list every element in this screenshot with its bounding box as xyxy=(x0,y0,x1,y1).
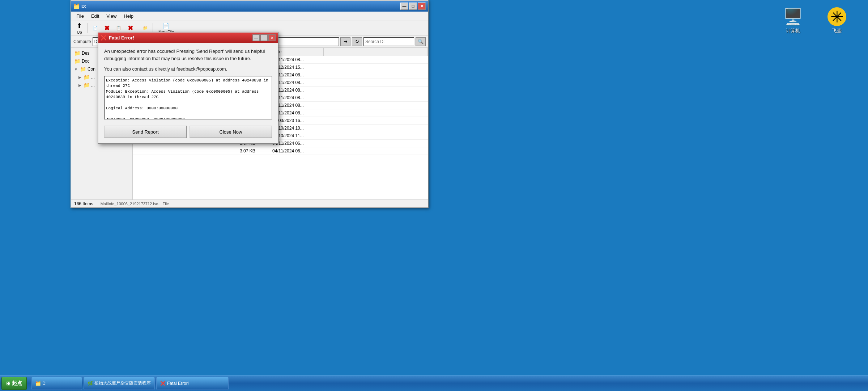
explorer-minimize-button[interactable]: — xyxy=(400,3,408,10)
taskbar-fatal-label: Fatal Error! xyxy=(167,381,189,386)
nav-forward-button[interactable]: ➜ xyxy=(340,37,350,46)
game-icon-label: 飞壶 xyxy=(832,28,842,34)
taskbar-file-entry: MailInfo_10006_2192173712.iso... File xyxy=(101,202,169,206)
fatal-error-dialog: ❌ Fatal Error! — □ ✕ An unexpected error… xyxy=(98,32,278,144)
address-label: Compute xyxy=(73,39,91,44)
header-extra[interactable] xyxy=(324,48,428,56)
taskbar-item-explorer[interactable]: 🗂️ D: xyxy=(31,377,82,390)
folder-icon-sub2: 📁 xyxy=(84,82,90,88)
explorer-close-button[interactable]: ✕ xyxy=(418,3,426,10)
expand-icon-sub2: ▶ xyxy=(78,83,81,87)
close-now-button[interactable]: Close Now xyxy=(190,126,272,138)
explorer-maximize-button[interactable]: □ xyxy=(409,3,417,10)
search-button[interactable]: 🔍 xyxy=(416,37,426,46)
table-row: 3.07 KB04/11/2024 06... xyxy=(133,147,428,155)
game-icon: ✳ xyxy=(827,7,846,26)
taskbar: ⊞ 起点 🗂️ D: 🌿 植物大战僵尸杂交版安装程序 ❌ Fatal Error… xyxy=(0,375,868,391)
dialog-title-text: Fatal Error! xyxy=(109,35,250,41)
sidebar-sub2-label: ... xyxy=(91,83,95,88)
cell-name xyxy=(133,147,237,155)
paste-icon: 📋 xyxy=(116,26,121,30)
toolbar-folder-button[interactable]: 📁 xyxy=(140,25,150,31)
folder-icon-doc: 📁 xyxy=(74,58,80,64)
folder-icon-des: 📁 xyxy=(74,50,80,56)
start-button[interactable]: ⊞ 起点 xyxy=(1,377,27,390)
cell-date: 04/11/2024 06... xyxy=(269,147,324,155)
copy-icon: 📄 xyxy=(93,26,98,30)
menu-view[interactable]: View xyxy=(103,12,120,20)
taskbar-item-fatal[interactable]: ❌ Fatal Error! xyxy=(156,377,229,390)
menu-help[interactable]: Help xyxy=(120,12,137,20)
toolbar-copy-button[interactable]: 📄 xyxy=(90,25,100,31)
menu-edit[interactable]: Edit xyxy=(88,12,103,20)
dialog-body: An unexpected error has occured! Pressin… xyxy=(98,43,278,143)
taskbar-explorer-label: D: xyxy=(42,381,47,386)
desktop-icon-computer[interactable]: 🖥️ 计算机 xyxy=(783,7,803,34)
start-label: 起点 xyxy=(12,380,22,387)
computer-icon-label: 计算机 xyxy=(786,28,800,34)
dialog-message: An unexpected error has occured! Pressin… xyxy=(104,48,272,62)
expand-icon-con: ▼ xyxy=(74,67,78,71)
toolbar-sep-1 xyxy=(88,23,88,33)
toolbar-up-button[interactable]: ⬆ Up xyxy=(73,21,85,35)
toolbar-paste-button[interactable]: 📋 xyxy=(114,25,124,31)
dialog-maximize-button[interactable]: □ xyxy=(260,34,268,41)
toolbar-up-label: Up xyxy=(77,30,82,34)
delete-icon: ✖ xyxy=(128,24,133,32)
explorer-titlebar-buttons: — □ ✕ xyxy=(400,3,426,10)
status-bar: 166 Items MailInfo_10006_2192173712.iso.… xyxy=(71,199,428,207)
computer-icon: 🖥️ xyxy=(783,7,803,26)
sidebar-item-doc-label: Doc xyxy=(82,59,89,64)
sidebar-item-des-label: Des xyxy=(82,51,89,56)
taskbar-item-installer[interactable]: 🌿 植物大战僵尸杂交版安装程序 xyxy=(84,377,155,390)
expand-icon-sub1: ▶ xyxy=(78,75,81,79)
sidebar-item-con-label: Con xyxy=(88,67,95,72)
taskbar-installer-label: 植物大战僵尸杂交版安装程序 xyxy=(94,380,151,386)
cell-size: 3.07 KB xyxy=(237,147,269,155)
dialog-contact: You can also contact us directly at feed… xyxy=(104,66,272,72)
send-report-button[interactable]: Send Report xyxy=(104,126,187,138)
sidebar-sub1-label: ... xyxy=(91,75,95,80)
search-input[interactable] xyxy=(363,37,414,46)
start-icon: ⊞ xyxy=(6,381,10,386)
dialog-titlebar-buttons: — □ ✕ xyxy=(252,34,276,41)
dialog-error-box[interactable]: Exception: Access Violation (code 0xc000… xyxy=(104,76,272,119)
taskbar-installer-icon: 🌿 xyxy=(88,381,93,386)
dialog-close-button[interactable]: ✕ xyxy=(268,34,276,41)
taskbar-divider-1 xyxy=(29,378,29,389)
desktop-icon-game[interactable]: ✳ 飞壶 xyxy=(827,7,846,34)
status-text: 166 Items xyxy=(74,201,93,206)
explorer-title: D: xyxy=(81,4,398,9)
folder-icon: 📁 xyxy=(143,26,148,30)
explorer-title-icon: 🗂️ xyxy=(73,3,79,9)
taskbar-fatal-icon: ❌ xyxy=(160,381,166,386)
folder-icon-con: 📁 xyxy=(80,66,86,72)
folder-icon-sub1: 📁 xyxy=(84,74,90,80)
taskbar-explorer-icon: 🗂️ xyxy=(35,381,41,386)
cut-delete-icon: ✖ xyxy=(104,24,110,32)
explorer-menu-bar: File Edit View Help xyxy=(71,12,428,21)
explorer-titlebar: 🗂️ D: — □ ✕ xyxy=(71,1,428,12)
up-icon: ⬆ xyxy=(77,22,82,30)
dialog-buttons: Send Report Close Now xyxy=(104,126,272,138)
dialog-minimize-button[interactable]: — xyxy=(252,34,260,41)
dialog-title-icon: ❌ xyxy=(101,35,107,41)
menu-file[interactable]: File xyxy=(73,12,88,20)
new-file-icon: 📄 xyxy=(162,22,170,29)
nav-refresh-button[interactable]: ↻ xyxy=(352,37,362,46)
dialog-titlebar: ❌ Fatal Error! — □ ✕ xyxy=(98,33,278,43)
